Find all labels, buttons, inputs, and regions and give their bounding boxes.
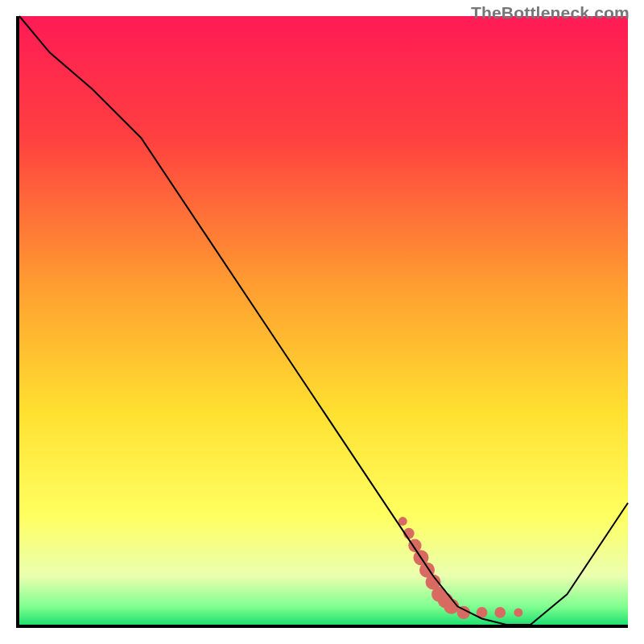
highlight-group — [398, 517, 523, 619]
bottleneck-curve — [19, 16, 628, 625]
highlight-dot — [398, 517, 407, 526]
chart-lines-layer — [19, 16, 628, 625]
highlight-dot — [514, 608, 522, 617]
chart-plot-area — [16, 16, 628, 628]
highlight-dot — [494, 607, 506, 618]
watermark-text: TheBottleneck.com — [471, 3, 630, 23]
